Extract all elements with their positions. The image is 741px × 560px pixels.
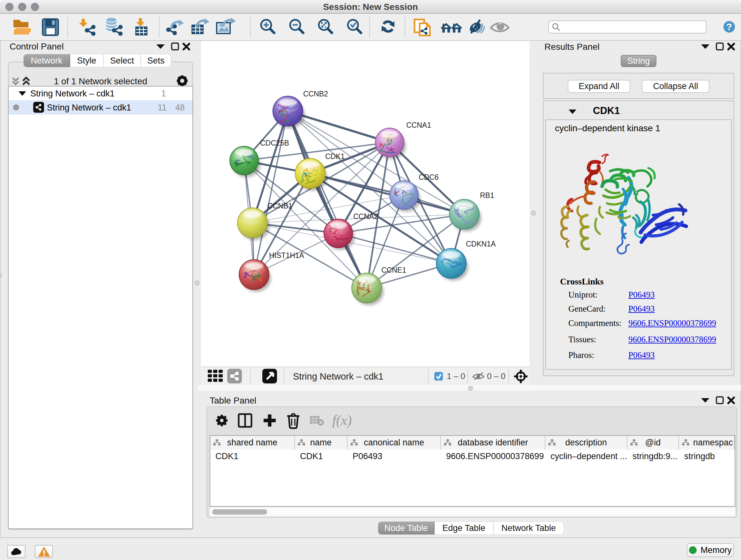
svg-text:RB1: RB1 bbox=[480, 191, 494, 199]
svg-text:1 – 0: 1 – 0 bbox=[447, 371, 465, 381]
svg-text:f(x): f(x) bbox=[332, 413, 352, 428]
svg-text:CDKN1A: CDKN1A bbox=[466, 240, 496, 248]
svg-text:CDC6: CDC6 bbox=[419, 173, 439, 181]
svg-text:CCNB1: CCNB1 bbox=[267, 202, 292, 210]
svg-text:CCNA1: CCNA1 bbox=[406, 121, 431, 129]
svg-text:CDK1: CDK1 bbox=[325, 152, 345, 161]
svg-text:CCNE1: CCNE1 bbox=[381, 266, 406, 274]
svg-text:CCNA2: CCNA2 bbox=[353, 212, 378, 221]
svg-text:0 – 0: 0 – 0 bbox=[487, 371, 506, 381]
svg-text:?: ? bbox=[726, 21, 732, 32]
svg-text:HIST1H1A: HIST1H1A bbox=[269, 251, 305, 260]
svg-text:CDC25B: CDC25B bbox=[260, 139, 289, 147]
svg-text:String Network – cdk1: String Network – cdk1 bbox=[293, 371, 384, 381]
svg-text:1 of 1 Network selected: 1 of 1 Network selected bbox=[54, 76, 147, 86]
svg-text:CCNB2: CCNB2 bbox=[303, 90, 328, 98]
